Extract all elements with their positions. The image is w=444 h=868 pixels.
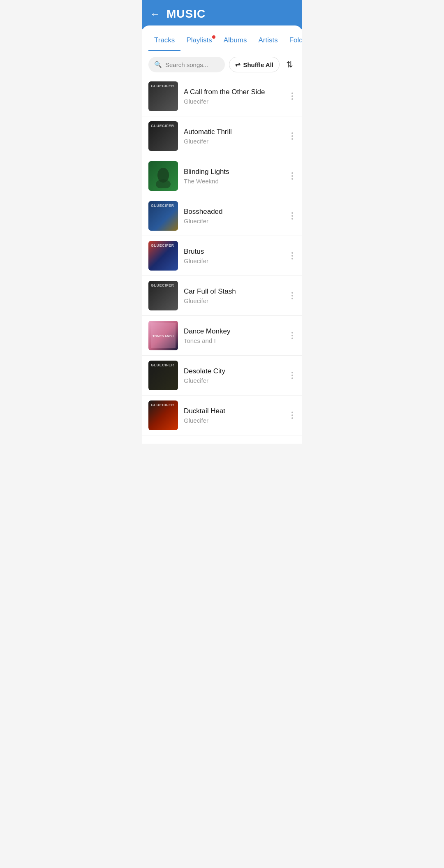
search-box[interactable]: 🔍 — [148, 57, 225, 72]
track-title: Ducktail Heat — [184, 407, 283, 415]
track-artist: Gluecifer — [184, 297, 283, 304]
sort-button[interactable]: ⇅ — [284, 57, 296, 72]
menu-dot — [291, 335, 293, 336]
search-input[interactable] — [165, 61, 219, 68]
menu-dot — [291, 132, 293, 134]
menu-dot — [291, 377, 293, 379]
artwork-inner: GLUECIFER — [148, 400, 178, 430]
menu-dot — [291, 93, 293, 94]
artwork-inner: GLUECIFER — [148, 361, 178, 390]
track-artist: Gluecifer — [184, 257, 283, 264]
track-item[interactable]: GLUECIFERAutomatic ThrillGluecifer — [142, 116, 302, 156]
menu-dot — [291, 135, 293, 137]
menu-dot — [291, 295, 293, 296]
sort-icon: ⇅ — [286, 60, 293, 69]
track-artist: Gluecifer — [184, 138, 283, 145]
track-artwork: GLUECIFER — [148, 400, 178, 430]
menu-dot — [291, 138, 293, 140]
artwork-inner: GLUECIFER — [148, 121, 178, 151]
tab-artists[interactable]: Artists — [252, 33, 283, 51]
artwork-label: GLUECIFER — [151, 204, 174, 208]
artwork-inner — [148, 161, 178, 191]
menu-dot — [291, 252, 293, 254]
track-context-menu-button[interactable] — [289, 210, 296, 222]
shuffle-label: Shuffle All — [243, 61, 273, 68]
track-artist: Tones and I — [184, 337, 283, 344]
track-artist: Gluecifer — [184, 417, 283, 424]
track-artwork: GLUECIFER — [148, 81, 178, 111]
tab-tracks[interactable]: Tracks — [148, 33, 180, 51]
artwork-label: GLUECIFER — [151, 243, 174, 248]
shuffle-icon: ⇌ — [235, 61, 240, 68]
artwork-label: GLUECIFER — [151, 84, 174, 88]
track-info: BrutusGluecifer — [184, 248, 283, 264]
track-list: GLUECIFERA Call from the Other SideGluec… — [142, 76, 302, 444]
menu-dot — [291, 172, 293, 174]
track-info: Car Full of StashGluecifer — [184, 287, 283, 304]
track-title: Dance Monkey — [184, 327, 283, 336]
track-info: Automatic ThrillGluecifer — [184, 128, 283, 145]
track-artist: The Weeknd — [184, 178, 283, 185]
tab-playlists-dot — [212, 35, 215, 39]
track-context-menu-button[interactable] — [289, 329, 296, 342]
menu-dot — [291, 175, 293, 177]
track-artwork: GLUECIFER — [148, 121, 178, 151]
track-info: Dance MonkeyTones and I — [184, 327, 283, 344]
header: ← MUSIC — [142, 0, 302, 29]
track-title: Brutus — [184, 248, 283, 256]
track-artwork: GLUECIFER — [148, 281, 178, 310]
track-context-menu-button[interactable] — [289, 130, 296, 142]
menu-dot — [291, 338, 293, 339]
track-item[interactable]: GLUECIFERCar Full of StashGluecifer — [142, 276, 302, 316]
track-info: BossheadedGluecifer — [184, 208, 283, 225]
menu-dot — [291, 98, 293, 100]
track-context-menu-button[interactable] — [289, 409, 296, 421]
track-title: Car Full of Stash — [184, 287, 283, 296]
track-title: Desolate City — [184, 367, 283, 375]
track-info: A Call from the Other SideGluecifer — [184, 88, 283, 105]
track-info: Blinding LightsThe Weeknd — [184, 168, 283, 185]
menu-dot — [291, 298, 293, 299]
menu-dot — [291, 412, 293, 413]
back-button[interactable]: ← — [150, 8, 160, 20]
track-artwork: GLUECIFER — [148, 201, 178, 231]
tab-playlists[interactable]: Playlists — [180, 33, 217, 51]
menu-dot — [291, 178, 293, 180]
tab-albums[interactable]: Albums — [218, 33, 253, 51]
artwork-label: GLUECIFER — [151, 283, 174, 287]
track-item[interactable]: GLUECIFERDesolate CityGluecifer — [142, 356, 302, 396]
track-title: A Call from the Other Side — [184, 88, 283, 96]
menu-dot — [291, 218, 293, 220]
tab-folders[interactable]: Folders — [284, 33, 302, 51]
track-artist: Gluecifer — [184, 218, 283, 225]
track-info: Ducktail HeatGluecifer — [184, 407, 283, 424]
track-context-menu-button[interactable] — [289, 250, 296, 262]
track-context-menu-button[interactable] — [289, 170, 296, 182]
artwork-inner: GLUECIFER — [148, 81, 178, 111]
track-item[interactable]: GLUECIFERA Call from the Other SideGluec… — [142, 76, 302, 116]
menu-dot — [291, 215, 293, 217]
app-title: MUSIC — [166, 7, 206, 21]
track-context-menu-button[interactable] — [289, 90, 296, 102]
shuffle-all-button[interactable]: ⇌ Shuffle All — [229, 57, 280, 72]
track-artist: Gluecifer — [184, 98, 283, 105]
menu-dot — [291, 414, 293, 416]
artwork-label: GLUECIFER — [151, 124, 174, 128]
track-artwork — [148, 161, 178, 191]
track-item[interactable]: GLUECIFERDucktail HeatGluecifer — [142, 396, 302, 435]
track-item[interactable]: Blinding LightsThe Weeknd — [142, 156, 302, 196]
menu-dot — [291, 375, 293, 376]
track-context-menu-button[interactable] — [289, 369, 296, 382]
menu-dot — [291, 417, 293, 419]
svg-text:TONES AND I: TONES AND I — [153, 334, 173, 338]
track-item[interactable]: GLUECIFERBrutusGluecifer — [142, 236, 302, 276]
svg-point-1 — [156, 179, 171, 188]
menu-dot — [291, 372, 293, 373]
track-item[interactable]: GLUECIFERBossheadedGluecifer — [142, 196, 302, 236]
track-context-menu-button[interactable] — [289, 289, 296, 302]
dance-monkey-svg: TONES AND I — [151, 323, 176, 348]
track-artwork: GLUECIFER — [148, 361, 178, 390]
menu-dot — [291, 212, 293, 214]
menu-dot — [291, 332, 293, 333]
track-item[interactable]: TONES AND I Dance MonkeyTones and I — [142, 316, 302, 356]
